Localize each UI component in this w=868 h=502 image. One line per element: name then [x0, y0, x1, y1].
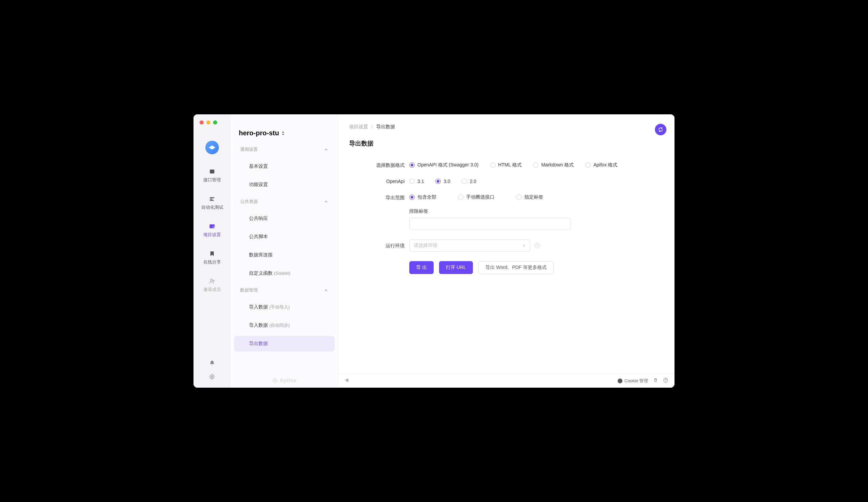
radio-dot — [585, 162, 591, 168]
cookie-manage[interactable]: Cookie 管理 — [618, 378, 648, 384]
radio-dot — [533, 162, 538, 168]
refresh-icon — [658, 127, 663, 132]
radio-apifox[interactable]: Apifox 格式 — [585, 162, 617, 168]
more-formats-button[interactable]: 导出 Word、PDF 等更多格式 — [478, 261, 554, 274]
brand-footer: Apifox — [231, 373, 338, 388]
menu-public-script[interactable]: 公共脚本 — [234, 229, 334, 245]
menu-label: 数据库连接 — [249, 252, 273, 257]
btn-label: 导出 Word、PDF 等更多格式 — [485, 265, 547, 270]
menu-export-data[interactable]: 导出数据 — [234, 336, 334, 351]
breadcrumb-parent[interactable]: 项目设置 — [349, 124, 368, 130]
rail-label: 接口管理 — [203, 177, 221, 183]
radio-label: 3.1 — [417, 178, 424, 184]
section-title: 数据管理 — [240, 287, 258, 293]
section-data-manage[interactable]: 数据管理 — [231, 283, 338, 298]
radio-html[interactable]: HTML 格式 — [490, 162, 521, 168]
menu-feature-settings[interactable]: 功能设置 — [234, 177, 334, 193]
menu-label: 导入数据 — [249, 322, 268, 328]
radio-v31[interactable]: 3.1 — [409, 178, 424, 184]
rail-invite[interactable]: 邀请成员 — [194, 277, 231, 293]
export-button[interactable]: 导 出 — [409, 261, 434, 274]
btn-label: 导 出 — [416, 265, 427, 270]
rail-label: 项目设置 — [203, 232, 221, 238]
section-title: 通用设置 — [240, 146, 258, 153]
radio-dot — [409, 162, 415, 168]
menu-custom-func[interactable]: 自定义函数 (Socket) — [234, 266, 334, 281]
chevron-right-icon — [522, 244, 526, 248]
radio-dot — [462, 178, 467, 184]
menu-basic-settings[interactable]: 基本设置 — [234, 158, 334, 174]
svg-rect-2 — [210, 198, 213, 199]
menu-label: 公共脚本 — [249, 234, 268, 239]
exclude-tags-input[interactable] — [409, 218, 571, 230]
radio-dot — [409, 195, 415, 200]
brand-name: Apifox — [280, 378, 297, 383]
radio-v20[interactable]: 2.0 — [462, 178, 476, 184]
app-logo[interactable] — [205, 141, 219, 154]
menu-database[interactable]: 数据库连接 — [234, 247, 334, 263]
env-placeholder: 请选择环境 — [414, 243, 437, 249]
menu-label: 导入数据 — [249, 304, 268, 309]
radio-label: 2.0 — [470, 178, 476, 184]
menu-label: 导出数据 — [249, 341, 268, 346]
radio-label: OpenAPI 格式 (Swagger 3.0) — [417, 162, 479, 168]
radio-markdown[interactable]: Markdown 格式 — [533, 162, 574, 168]
breadcrumb: 项目设置 / 导出数据 — [349, 124, 664, 130]
rail-label: 在线分享 — [203, 259, 221, 265]
radio-v30[interactable]: 3.0 — [435, 178, 450, 184]
radio-dot — [490, 162, 496, 168]
svg-point-6 — [213, 227, 214, 228]
menu-label: 基本设置 — [249, 163, 268, 169]
open-url-button[interactable]: 打开 URL — [439, 261, 473, 274]
help-icon[interactable]: ? — [535, 243, 540, 248]
svg-rect-0 — [210, 170, 214, 174]
refresh-button[interactable] — [655, 124, 666, 135]
rail-label: 邀请成员 — [203, 287, 221, 293]
radio-scope-manual[interactable]: 手动圈选接口 — [458, 194, 495, 200]
radio-label: 指定标签 — [524, 194, 543, 200]
rail-project-settings[interactable]: 项目设置 — [194, 223, 231, 238]
breadcrumb-current: 导出数据 — [376, 124, 395, 130]
radio-label: 包含全部 — [417, 194, 436, 200]
menu-import-auto[interactable]: 导入数据 (自动同步) — [234, 318, 334, 333]
radio-openapi[interactable]: OpenAPI 格式 (Swagger 3.0) — [409, 162, 479, 168]
radio-scope-tag[interactable]: 指定标签 — [516, 194, 543, 200]
gear-icon[interactable] — [209, 374, 215, 381]
env-select[interactable]: 请选择环境 — [409, 239, 530, 252]
bell-icon[interactable] — [209, 360, 215, 367]
chevron-up-icon — [324, 288, 329, 293]
scope-label: 导出范围 — [352, 194, 409, 201]
project-switcher[interactable]: hero-pro-stu — [231, 123, 338, 142]
menu-label: 自定义函数 — [249, 270, 273, 276]
format-label: 选择数据格式 — [352, 162, 409, 168]
rail-automation[interactable]: 自动化测试 — [194, 195, 231, 211]
radio-label: HTML 格式 — [498, 162, 521, 168]
radio-scope-all[interactable]: 包含全部 — [409, 194, 436, 200]
api-icon — [208, 168, 216, 175]
svg-point-7 — [210, 279, 213, 281]
share-icon — [208, 250, 216, 257]
section-public[interactable]: 公共资源 — [231, 194, 338, 209]
trash-icon[interactable] — [653, 378, 658, 384]
chevron-up-icon — [324, 147, 329, 152]
btn-label: 打开 URL — [446, 265, 466, 270]
help-circle-icon[interactable] — [663, 378, 669, 384]
maximize-window[interactable] — [213, 121, 217, 124]
settings-icon — [208, 223, 216, 230]
section-general[interactable]: 通用设置 — [231, 142, 338, 157]
menu-public-response[interactable]: 公共响应 — [234, 211, 334, 226]
nav-rail: 接口管理 自动化测试 项目设置 在线分享 邀请成员 — [194, 114, 231, 388]
radio-dot — [516, 195, 521, 200]
env-label: 运行环境 — [352, 242, 409, 249]
radio-label: 手动圈选接口 — [466, 194, 495, 200]
exclude-label: 排除标签 — [409, 208, 571, 214]
chevron-up-icon — [324, 199, 329, 204]
radio-dot — [458, 195, 463, 200]
menu-import-manual[interactable]: 导入数据 (手动导入) — [234, 299, 334, 315]
collapse-icon[interactable] — [344, 378, 350, 384]
close-window[interactable] — [199, 121, 204, 124]
minimize-window[interactable] — [206, 121, 210, 124]
rail-share[interactable]: 在线分享 — [194, 250, 231, 265]
window-controls[interactable] — [199, 121, 217, 124]
rail-api-manage[interactable]: 接口管理 — [194, 168, 231, 183]
